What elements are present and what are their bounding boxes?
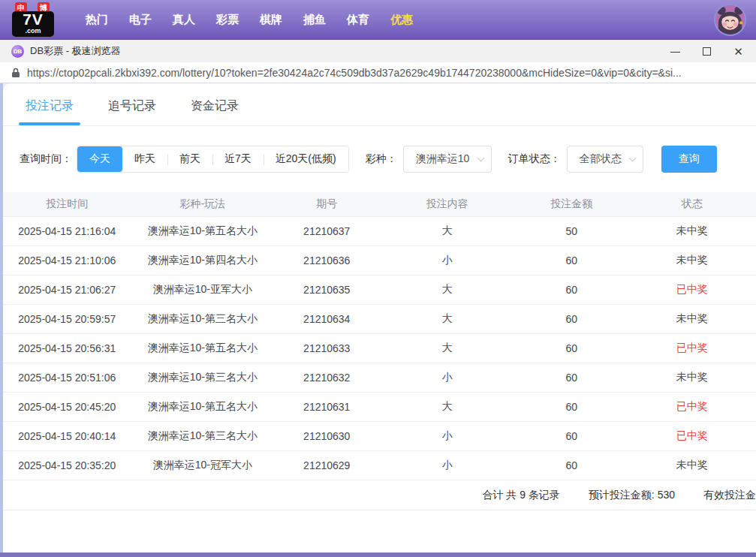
cell-period: 21210629	[274, 459, 379, 471]
order-status-select[interactable]: 全部状态	[567, 146, 643, 173]
logo-box: 7V .com	[12, 11, 54, 37]
cell-status: 未中奖	[628, 371, 756, 384]
lottery-select[interactable]: 澳洲幸运10	[403, 146, 492, 173]
time-range-segmented: 今天 昨天 前天 近7天 近20天(低频)	[77, 146, 349, 173]
logo-main-text: 7V	[12, 11, 54, 28]
records-card: 投注记录 追号记录 资金记录 查询时间： 今天 昨天 前天 近7天 近20天(低…	[3, 83, 756, 557]
table-header-cell: 投注内容	[379, 197, 515, 211]
nav-item[interactable]: 真人	[173, 13, 195, 27]
record-tab[interactable]: 追号记录	[108, 98, 156, 125]
cell-bet-amount: 60	[515, 284, 628, 296]
table-row: 2025-04-15 21:06:27 澳洲幸运10-亚军大小 21210635…	[3, 275, 756, 305]
time-range-option[interactable]: 近20天(低频)	[264, 146, 348, 172]
table-row: 2025-04-15 20:56:31 澳洲幸运10-第五名大小 2121063…	[3, 334, 756, 363]
record-tabs: 投注记录 追号记录 资金记录	[3, 83, 756, 126]
cell-period: 21210635	[274, 284, 379, 296]
cell-bet-time: 2025-04-15 20:35:20	[3, 459, 131, 471]
maximize-button[interactable]	[701, 46, 712, 57]
cell-status: 未中奖	[628, 312, 756, 326]
table-row: 2025-04-15 20:40:14 澳洲幸运10-第三名大小 2121063…	[3, 422, 756, 451]
table-header-cell: 彩种-玩法	[131, 197, 275, 211]
site-logo[interactable]: 申 博 7V .com	[12, 2, 57, 38]
site-nav: 申 博 7V .com 热门 电子 真人 彩票 棋牌 捕鱼 体育 优惠	[0, 0, 756, 40]
filter-bar: 查询时间： 今天 昨天 前天 近7天 近20天(低频) 彩种： 澳洲幸运10	[20, 146, 756, 173]
table-header-cell: 投注金额	[515, 197, 628, 211]
search-button[interactable]: 查询	[661, 146, 717, 173]
time-filter-label: 查询时间：	[20, 152, 72, 166]
summary-expected-amount: 预计投注金额: 530	[589, 489, 675, 502]
cell-bet-content: 小	[379, 429, 515, 443]
cell-bet-content: 小	[379, 371, 515, 384]
cell-bet-time: 2025-04-15 20:45:20	[3, 401, 131, 413]
cell-bet-content: 大	[379, 312, 515, 326]
cell-period: 21210631	[274, 401, 379, 413]
cell-bet-content: 大	[379, 400, 515, 414]
address-bar[interactable]: https://ctop02pcali.2kbxi392.com/lottery…	[0, 62, 756, 83]
cell-bet-time: 2025-04-15 20:40:14	[3, 430, 131, 442]
nav-item[interactable]: 捕鱼	[303, 13, 326, 27]
cell-play-type: 澳洲幸运10-第三名大小	[131, 371, 275, 384]
table-header-cell: 状态	[628, 197, 756, 211]
cell-bet-time: 2025-04-15 21:06:27	[3, 284, 131, 296]
browser-app-icon: DB	[11, 45, 24, 58]
time-range-option[interactable]: 近7天	[212, 146, 264, 172]
nav-item[interactable]: 体育	[347, 13, 369, 27]
table-header-cell: 投注时间	[3, 197, 131, 211]
left-edge-strip	[0, 83, 3, 557]
cell-bet-amount: 60	[515, 254, 628, 266]
cell-bet-content: 大	[379, 224, 515, 238]
lottery-page: 投注记录 追号记录 资金记录 查询时间： 今天 昨天 前天 近7天 近20天(低…	[0, 83, 756, 557]
url-text: https://ctop02pcali.2kbxi392.com/lottery…	[27, 67, 682, 79]
table-header: 投注时间 彩种-玩法 期号 投注内容 投注金额 状态	[3, 192, 756, 217]
cell-play-type: 澳洲幸运10-冠军大小	[131, 459, 275, 472]
cell-period: 21210630	[274, 430, 379, 442]
cell-bet-time: 2025-04-15 21:16:04	[3, 225, 131, 237]
close-button[interactable]: ✕	[733, 46, 744, 57]
lock-icon	[11, 68, 20, 78]
order-status-value: 全部状态	[580, 152, 622, 166]
cell-bet-content: 大	[379, 342, 515, 355]
chevron-down-icon	[628, 155, 636, 162]
record-tab[interactable]: 资金记录	[191, 98, 239, 125]
bottom-edge-strip	[0, 552, 756, 557]
table-row: 2025-04-15 20:35:20 澳洲幸运10-冠军大小 21210629…	[3, 451, 756, 480]
user-avatar[interactable]	[714, 4, 746, 36]
chevron-down-icon	[477, 155, 484, 162]
nav-item[interactable]: 棋牌	[260, 13, 282, 27]
cell-period: 21210634	[274, 313, 379, 325]
time-range-option[interactable]: 今天	[77, 146, 122, 172]
cell-play-type: 澳洲幸运10-第三名大小	[131, 429, 275, 443]
logo-sub-text: .com	[12, 28, 54, 35]
window-controls: ✕	[670, 46, 748, 57]
table-row: 2025-04-15 20:51:06 澳洲幸运10-第三名大小 2121063…	[3, 363, 756, 393]
time-range-option[interactable]: 昨天	[122, 146, 167, 172]
table-row: 2025-04-15 20:45:20 澳洲幸运10-第五名大小 2121063…	[3, 393, 756, 422]
nav-item[interactable]: 电子	[129, 13, 152, 27]
time-range-option[interactable]: 前天	[167, 146, 212, 172]
summary-bar: 合计 共 9 条记录 预计投注金额: 530 有效投注金额	[3, 480, 756, 510]
minimize-button[interactable]	[670, 46, 681, 57]
cell-bet-amount: 60	[515, 313, 628, 325]
table-row: 2025-04-15 21:16:04 澳洲幸运10-第五名大小 2121063…	[3, 217, 756, 246]
cell-period: 21210636	[274, 254, 379, 266]
cell-play-type: 澳洲幸运10-第三名大小	[131, 312, 275, 326]
cell-bet-content: 大	[379, 283, 515, 297]
cell-play-type: 澳洲幸运10-第四名大小	[131, 254, 275, 267]
lottery-filter-label: 彩种：	[366, 152, 397, 166]
site-nav-menu: 热门 电子 真人 彩票 棋牌 捕鱼 体育 优惠	[75, 13, 423, 27]
cell-bet-amount: 60	[515, 459, 628, 471]
nav-item[interactable]: 彩票	[216, 13, 239, 27]
cell-bet-amount: 60	[515, 430, 628, 442]
nav-item[interactable]: 优惠	[390, 13, 413, 27]
cell-bet-amount: 60	[515, 372, 628, 384]
avatar-illustration	[715, 5, 745, 35]
cell-play-type: 澳洲幸运10-第五名大小	[131, 400, 275, 414]
cell-bet-amount: 60	[515, 342, 628, 354]
cell-play-type: 澳洲幸运10-亚军大小	[131, 283, 275, 297]
cell-period: 21210632	[274, 372, 379, 384]
cell-bet-content: 小	[379, 459, 515, 472]
record-tab[interactable]: 投注记录	[26, 98, 74, 125]
cell-bet-time: 2025-04-15 21:10:06	[3, 254, 131, 266]
nav-item[interactable]: 热门	[86, 13, 108, 27]
cell-status: 未中奖	[628, 254, 756, 267]
